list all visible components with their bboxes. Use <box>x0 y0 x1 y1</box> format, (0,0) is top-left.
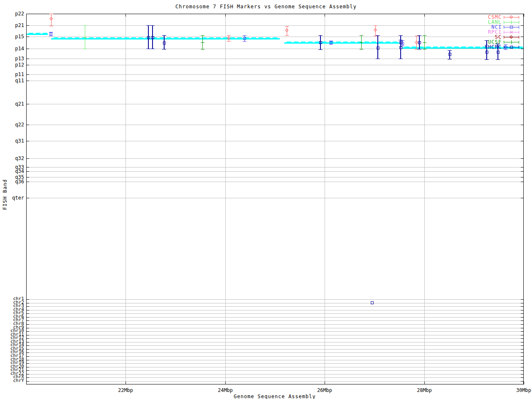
data-point-fhcrc <box>377 47 379 49</box>
data-point-fhcrc <box>163 42 166 44</box>
y-tick-left <box>26 198 29 198</box>
y-tick-label: p12 <box>1 62 24 67</box>
legend-sample-cap <box>519 36 519 39</box>
y-tick-left <box>26 49 29 49</box>
error-bar-cap-bottom <box>374 36 377 36</box>
y-tick-left <box>26 81 29 81</box>
y-tick-right <box>521 324 524 325</box>
x-tick-top <box>126 14 126 17</box>
y-tick-label: q31 <box>1 138 24 143</box>
y-tick-left <box>26 313 29 314</box>
error-bar <box>400 40 401 59</box>
error-bar-cap-top <box>162 35 166 36</box>
y-tick-right <box>521 177 524 177</box>
error-bar-cap-bottom <box>49 26 53 26</box>
y-tick-label: q36 <box>1 179 24 184</box>
y-tick-left <box>26 25 29 26</box>
y-tick-left <box>26 59 29 59</box>
y-tick-left <box>26 141 29 141</box>
y-tick-label: p13 <box>1 56 24 61</box>
y-tick-left <box>26 324 29 325</box>
data-point-fhcrc <box>371 301 374 304</box>
y-tick-right <box>521 306 524 307</box>
y-tick-left <box>26 125 29 125</box>
y-tick-right <box>521 104 524 104</box>
error-bar-cap-top <box>318 35 323 36</box>
error-bar-cap-top <box>399 40 403 40</box>
error-bar-cap-bottom <box>162 49 166 49</box>
y-tick-label: p15 <box>1 34 24 39</box>
legend-sample-cap <box>504 31 504 34</box>
y-tick-left <box>26 349 29 350</box>
error-bar-cap-top <box>401 40 404 41</box>
y-tick-right <box>521 338 524 339</box>
y-tick-left <box>26 328 29 328</box>
x-tick-top <box>424 14 425 17</box>
error-bar-cap-top <box>146 25 150 26</box>
y-tick-left <box>26 335 29 335</box>
legend-marker-ucsf <box>511 40 512 44</box>
legend-sample-cap <box>519 21 519 24</box>
x-tick-bottom <box>524 382 524 384</box>
y-tick-right <box>521 49 524 49</box>
legend-sample-cap <box>519 46 519 49</box>
y-tick-left <box>26 377 29 378</box>
y-tick-right <box>521 59 524 59</box>
y-tick-left <box>26 177 29 177</box>
y-tick-left <box>26 342 29 342</box>
legend-sample-cap <box>519 31 519 34</box>
error-bar-cap-top <box>285 26 289 27</box>
error-bar-cap-bottom <box>423 49 426 49</box>
y-tick-right <box>521 299 524 300</box>
y-tick-right <box>521 313 524 314</box>
y-tick-left <box>26 320 29 321</box>
y-tick-right <box>521 37 524 37</box>
y-tick-left <box>26 338 29 339</box>
x-tick-top <box>325 14 325 17</box>
error-bar-cap-top <box>376 35 380 36</box>
y-tick-right <box>521 345 524 346</box>
y-tick-label: qter <box>1 195 24 200</box>
legend-sample-cap <box>504 26 504 29</box>
x-tick-label: 28Mbp <box>412 387 437 393</box>
y-tick-right <box>521 141 524 141</box>
error-bar-cap-top <box>243 35 246 36</box>
y-tick-right <box>521 349 524 350</box>
y-tick-right <box>521 65 524 65</box>
x-tick-label: 30Mbp <box>511 387 532 393</box>
y-tick-right <box>521 335 524 335</box>
error-bar-cap-bottom <box>376 59 380 59</box>
y-tick-left <box>26 104 29 104</box>
y-tick-left <box>26 65 29 65</box>
error-bar-cap-bottom <box>496 59 500 60</box>
y-tick-right <box>521 360 524 360</box>
y-tick-right <box>521 303 524 303</box>
legend-sample-cap <box>519 16 519 19</box>
y-tick-left <box>26 317 29 318</box>
error-bar-cap-bottom <box>150 49 155 49</box>
y-tick-right <box>521 328 524 328</box>
legend-marker-nci <box>510 26 513 29</box>
y-tick-right <box>521 167 524 167</box>
legend-marker-lanl <box>511 20 512 24</box>
error-bar-cap-top <box>150 25 155 26</box>
data-point-fhcrc <box>147 36 150 39</box>
data-point-ucsf <box>361 41 362 44</box>
y-tick-left <box>26 74 29 75</box>
legend-sample-cap <box>504 21 504 24</box>
error-bar-cap-bottom <box>504 49 507 50</box>
plot-frame <box>26 14 524 384</box>
y-tick-right <box>521 14 524 14</box>
y-tick-right <box>521 370 524 371</box>
error-bar-cap-bottom <box>201 49 204 49</box>
y-tick-right <box>521 81 524 81</box>
error-bar-cap-bottom <box>285 35 289 36</box>
legend-sample-cap <box>504 16 504 19</box>
y-tick-label: q32 <box>1 156 24 161</box>
y-tick-left <box>26 306 29 307</box>
y-tick-label: q34 <box>1 169 24 174</box>
y-tick-left <box>26 158 29 159</box>
y-tick-label: p11 <box>1 72 24 77</box>
x-tick-bottom <box>424 382 425 384</box>
error-bar-cap-top <box>399 35 403 36</box>
